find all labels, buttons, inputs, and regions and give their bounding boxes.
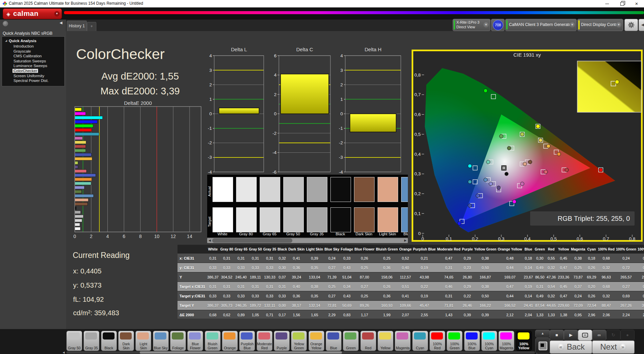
patch-button-gray-50[interactable]: Gray 50 [66,331,82,351]
next-label: Next [600,342,617,351]
display-control-dropdown[interactable]: Direct Display Control ▼ [577,19,623,31]
minimize-button[interactable] [600,0,614,7]
scrollbar-thumb[interactable] [140,351,342,354]
patch-color-chip [172,332,184,340]
patch-button-bluish-green[interactable]: Bluish Green [205,331,221,351]
patch-button-yellow[interactable]: Yellow [378,331,393,351]
settings-button[interactable] [624,19,638,31]
svg-text:0,7: 0,7 [603,236,609,241]
workflow-options-button[interactable] [3,21,8,26]
pattern-window-button[interactable] [578,330,592,341]
table-col-orange: Orange [398,245,412,254]
sidebar-item-grayscale[interactable]: Grayscale [13,49,31,53]
patch-color-chip [293,332,304,340]
patch-button-100-green[interactable]: 100% Green [447,331,462,351]
stop-button[interactable]: ■ [550,330,564,341]
patch-button-100-magenta[interactable]: 100% Magenta [498,331,514,351]
back-button[interactable]: « Back [550,341,592,354]
sidebar-item-saturation-sweeps[interactable]: Saturation Sweeps [13,59,46,63]
bar-Light Skin [75,198,88,201]
sidebar-item-luminance-sweeps[interactable]: Luminance Sweeps [13,64,47,68]
meter-dropdown[interactable]: X-Rite i1Pro 3 Direct View ▼ [453,19,490,31]
swatch-name-label: Light Skin [377,232,398,236]
swatch-name-label: Gray 65 [259,232,280,236]
table-col-white: White [206,245,220,254]
patch-button-blue-flower[interactable]: Blue Flower [187,331,203,351]
calman-menu-button[interactable]: ◈ calman ▼ [3,8,62,19]
svg-text:2: 2 [90,234,93,239]
table-cell: 0,44 [497,263,523,272]
table-cell: 0,18 [586,254,598,263]
sidebar-item-spectral-power-dist-[interactable]: Spectral Power Dist. [13,79,49,83]
table-cell: 304,52 [220,272,234,282]
record-button[interactable]: ● [620,330,635,341]
sidebar-item-cms-calibration[interactable]: CMS Calibration [13,54,42,58]
loop-button[interactable]: ∞ [592,330,606,341]
table-cell: 71,39 [324,272,340,282]
patch-button-purplish-blue[interactable]: Purplish Blue [239,331,255,351]
patch-button-moderate-red[interactable]: Moderate Red [257,331,272,351]
patch-button-gray-35[interactable]: Gray 35 [84,331,99,351]
pattern-generator-dropdown[interactable]: CalMAN Client 3 Pattern Generator ▼ [505,19,577,31]
table-cell: 0,17 [277,310,288,319]
patch-button-100-blue[interactable]: 100% Blue [464,331,480,351]
close-button[interactable]: × [630,0,643,7]
table-col-yellow: Yellow [557,245,570,254]
table-col-blue-sky: Blue Sky [324,245,340,254]
svg-text:3: 3 [209,68,212,73]
tab-add-button[interactable]: + [87,22,96,31]
panel-collapse-button[interactable]: ◀ [639,19,644,31]
scroll-left-icon[interactable]: ◀ [62,351,66,354]
measured-marker-100% Blue [457,222,461,225]
patch-button-green[interactable]: Green [343,331,359,351]
sidebar-item-colorchecker[interactable]: ColorChecker [12,69,38,73]
sidebar-collapse-icon[interactable]: ◀ [58,21,64,26]
patch-button-yellow-green[interactable]: Yellow Green [291,331,307,351]
patch-button-100-cyan[interactable]: 100% Cyan [481,331,497,351]
patch-button-100-yellow[interactable]: 100% Yellow [516,331,532,351]
patch-button-light-skin[interactable]: Light Skin [135,331,151,351]
table-cell: 71,81 [437,301,461,310]
patch-button-black[interactable]: Black [101,331,117,351]
table-cell: 0,34 [340,282,354,291]
patch-button-foliage[interactable]: Foliage [170,331,186,351]
refresh-button[interactable]: ↻ [606,330,620,341]
svg-text:Delta L: Delta L [231,47,247,52]
swatch-scrollbar[interactable]: ◀ ▶ [207,238,408,243]
sidebar-item-screen-uniformity[interactable]: Screen Uniformity [13,74,44,78]
scroll-left-icon[interactable]: ◀ [207,238,212,243]
play-button[interactable]: ▶ [564,330,578,341]
table-col-moderate-red: Moderate Red [437,245,461,254]
tree-expand-icon[interactable]: ◢ [5,39,7,42]
patch-button-orange[interactable]: Orange [222,331,238,351]
next-button[interactable]: Next » [592,341,635,354]
sidebar-item-introduction[interactable]: Introduction [13,44,34,48]
patch-button-blue[interactable]: Blue [326,331,342,351]
measured-marker-Dark Skin [528,160,532,164]
patch-button-orange-yellow[interactable]: Orange Yellow [309,331,324,351]
table-cell: 0,37 [570,282,586,291]
collapse-panel-button[interactable]: ▲ [535,330,550,337]
patch-button-dark-skin[interactable]: Dark Skin [118,331,134,351]
table-cell: 0,47 [557,263,570,272]
meter-badge-button[interactable]: 708 [491,19,505,31]
patch-button-purple[interactable]: Purple [274,331,290,351]
table-cell: 1,56 [288,310,305,319]
table-cell: 96,63 [597,272,615,282]
patch-button-blue-sky[interactable]: Blue Sky [153,331,169,351]
patch-button-cyan[interactable]: Cyan [412,331,428,351]
table-col-cyan: Cyan [586,245,598,254]
tab-history-1[interactable]: History 1 [67,21,87,31]
patch-bar-scrollbar[interactable]: ◀ ▶ [66,351,535,354]
restore-button[interactable] [615,0,629,7]
svg-text:0,1: 0,1 [414,211,421,216]
scroll-right-icon[interactable]: ▶ [403,238,408,243]
stop-pattern-button[interactable] [535,338,550,353]
svg-text:0,5: 0,5 [414,132,421,137]
scrollbar-thumb[interactable] [212,238,292,243]
play-icon: ▶ [569,332,573,337]
patch-button-magenta[interactable]: Magenta [395,331,411,351]
patch-button-100-red[interactable]: 100% Red [429,331,445,351]
patch-button-red[interactable]: Red [360,331,376,351]
tree-root-item[interactable]: Quick Analysis [9,39,36,43]
